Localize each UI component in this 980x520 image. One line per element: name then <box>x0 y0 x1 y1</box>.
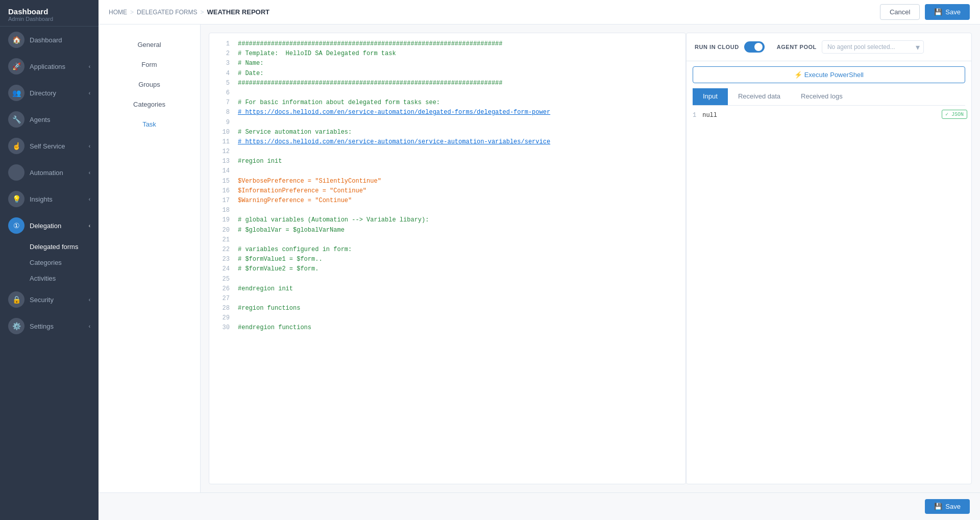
nav-icon <box>8 164 24 181</box>
nav-label: Self Service <box>30 142 65 150</box>
line-number: 29 <box>215 313 230 323</box>
line-number: 7 <box>215 98 230 108</box>
line-number: 26 <box>215 284 230 294</box>
chevron-icon: ‹ <box>89 170 90 176</box>
code-line: 24# $formValue2 = $form. <box>209 264 685 274</box>
form-nav-item-general[interactable]: General <box>99 35 200 55</box>
sidebar-item-applications[interactable]: 🚀 Applications ‹ <box>0 53 99 80</box>
save-button-bottom[interactable]: 💾 Save <box>925 499 970 514</box>
line-content: # https://docs.helloid.com/en/service-au… <box>238 137 550 147</box>
data-tab-input[interactable]: Input <box>693 88 728 105</box>
sidebar-item-dashboard[interactable]: 🏠 Dashboard <box>0 27 99 53</box>
line-number: 12 <box>215 147 230 157</box>
line-numbers: 1 null <box>693 112 965 119</box>
line-content: # Date: <box>238 69 267 79</box>
form-nav-item-form[interactable]: Form <box>99 55 200 75</box>
code-line: 13#region init <box>209 157 685 166</box>
run-in-cloud-section: RUN IN CLOUD <box>695 41 765 53</box>
code-editor[interactable]: 1#######################################… <box>209 33 685 484</box>
data-tabs: InputReceived dataReceived logs <box>693 88 965 106</box>
sidebar-item-delegation[interactable]: ① Delegation ‹ <box>0 212 99 239</box>
sidebar-item-settings[interactable]: ⚙️ Settings ‹ <box>0 313 99 339</box>
line-content: # Template: HelloID SA Delegated form ta… <box>238 49 396 59</box>
chevron-icon: ‹ <box>89 223 90 229</box>
code-line: 10# Service automation variables: <box>209 128 685 137</box>
line-number: 1 <box>215 39 230 49</box>
chevron-icon: ‹ <box>89 90 90 96</box>
sidebar-item-directory[interactable]: 👥 Directory ‹ <box>0 80 99 106</box>
form-nav-item-task[interactable]: Task <box>99 114 200 134</box>
run-in-cloud-toggle[interactable] <box>744 41 765 53</box>
sidebar-sub-item-activities[interactable]: Activities <box>0 270 99 286</box>
json-badge: ✓ JSON <box>942 110 967 119</box>
sidebar-item-automation[interactable]: Automation ‹ <box>0 159 99 186</box>
sidebar-sub-item-categories[interactable]: Categories <box>0 255 99 270</box>
chevron-icon: ‹ <box>89 297 90 303</box>
code-line: 5#######################################… <box>209 79 685 88</box>
line-number: 16 <box>215 186 230 196</box>
code-line: 23# $formValue1 = $form.. <box>209 255 685 264</box>
top-bar: HOME > DELEGATED FORMS > WEATHER REPORT … <box>99 0 980 24</box>
breadcrumb-current: WEATHER REPORT <box>207 8 270 16</box>
execute-powershell-button[interactable]: ⚡ Execute PowerShell <box>693 66 965 83</box>
nav-icon: 🔒 <box>8 291 24 308</box>
line-content: #endregion init <box>238 284 293 294</box>
line-content: # $globalVar = $globalVarName <box>238 226 345 235</box>
save-icon-bottom: 💾 <box>934 503 942 510</box>
form-nav-item-categories[interactable]: Categories <box>99 94 200 114</box>
agent-pool-section: AGENT POOL No agent pool selected... <box>777 40 924 54</box>
sidebar-item-security[interactable]: 🔒 Security ‹ <box>0 286 99 313</box>
run-in-cloud-label: RUN IN CLOUD <box>695 44 739 50</box>
code-line: 12 <box>209 147 685 157</box>
bottom-bar: 💾 Save <box>99 492 980 520</box>
page-body: GeneralFormGroupsCategoriesTask 1#######… <box>99 24 980 492</box>
line-content: # global variables (Automation --> Varia… <box>238 215 429 225</box>
line-number: 14 <box>215 166 230 176</box>
code-line: 6 <box>209 88 685 98</box>
line-number: 13 <box>215 157 230 166</box>
data-tab-received-logs[interactable]: Received logs <box>791 88 853 105</box>
line-number: 19 <box>215 215 230 225</box>
line-number: 18 <box>215 206 230 215</box>
line-number: 10 <box>215 128 230 137</box>
chevron-icon: ‹ <box>89 64 90 69</box>
data-tab-received-data[interactable]: Received data <box>728 88 791 105</box>
nav-icon: 🏠 <box>8 32 24 48</box>
sidebar-sub-item-delegated-forms[interactable]: Delegated forms <box>0 239 99 255</box>
code-line: 3# Name: <box>209 59 685 68</box>
sidebar-item-self-service[interactable]: ☝️ Self Service ‹ <box>0 133 99 159</box>
line-number: 24 <box>215 264 230 274</box>
nav-label: Applications <box>30 63 65 70</box>
nav-icon: 💡 <box>8 191 24 207</box>
nav-icon: 🔧 <box>8 111 24 128</box>
app-title: Dashboard <box>8 7 90 16</box>
sidebar-header: Dashboard Admin Dashboard <box>0 0 99 27</box>
code-line: 25 <box>209 275 685 284</box>
input-content: null <box>702 112 717 119</box>
sidebar-item-agents[interactable]: 🔧 Agents <box>0 106 99 133</box>
right-panel: RUN IN CLOUD AGENT POOL No agent pool se… <box>686 33 972 484</box>
code-line: 2# Template: HelloID SA Delegated form t… <box>209 49 685 59</box>
line-content: $WarningPreference = "Continue" <box>238 196 352 206</box>
line-content: ########################################… <box>238 79 502 88</box>
code-line: 26#endregion init <box>209 284 685 294</box>
breadcrumb-home: HOME <box>109 9 127 16</box>
agent-pool-select[interactable]: No agent pool selected... <box>822 40 924 54</box>
line-number: 27 <box>215 294 230 304</box>
line-number: 21 <box>215 235 230 245</box>
form-nav: GeneralFormGroupsCategoriesTask <box>99 24 201 492</box>
code-line: 15$VerbosePreference = "SilentlyContinue… <box>209 177 685 186</box>
nav-icon: ⚙️ <box>8 318 24 334</box>
line-number: 20 <box>215 226 230 235</box>
line-content: # For basic information about delegated … <box>238 98 440 108</box>
nav-icon: ☝️ <box>8 138 24 154</box>
code-line: 20# $globalVar = $globalVarName <box>209 226 685 235</box>
cancel-button[interactable]: Cancel <box>880 4 920 20</box>
code-line: 1#######################################… <box>209 39 685 49</box>
line-content: # https://docs.helloid.com/en/service-au… <box>238 108 550 117</box>
save-button-top[interactable]: 💾 Save <box>925 4 970 20</box>
code-line: 18 <box>209 206 685 215</box>
form-nav-item-groups[interactable]: Groups <box>99 75 200 94</box>
data-content[interactable]: 1 null ✓ JSON <box>687 106 971 484</box>
sidebar-item-insights[interactable]: 💡 Insights ‹ <box>0 186 99 212</box>
